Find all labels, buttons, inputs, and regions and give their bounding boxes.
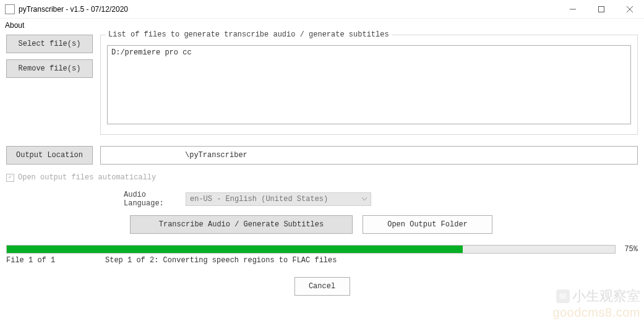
- file-list-label: List of files to generate transcribe aud…: [106, 30, 392, 39]
- audio-language-label: Audio Language:: [6, 190, 186, 208]
- open-output-folder-button[interactable]: Open Output Folder: [363, 215, 492, 234]
- file-list[interactable]: D:/premiere pro cc: [107, 45, 631, 124]
- watermark-en: goodcms8.com: [552, 306, 640, 320]
- menu-about[interactable]: About: [5, 21, 24, 30]
- chevron-down-icon: [362, 195, 367, 203]
- audio-language-select[interactable]: en-US - English (United States): [186, 192, 371, 206]
- app-icon: [5, 4, 15, 14]
- maximize-button[interactable]: [587, 0, 616, 19]
- progress-percent: 75%: [620, 245, 638, 254]
- progress-fill: [7, 246, 463, 253]
- svg-rect-1: [599, 6, 604, 12]
- window-title: pyTranscriber - v1.5 - 07/12/2020: [19, 5, 559, 14]
- open-auto-label: Open output files automatically: [18, 173, 156, 182]
- open-auto-checkbox[interactable]: [6, 174, 14, 182]
- output-location-button[interactable]: Output Location: [6, 146, 93, 165]
- select-files-button[interactable]: Select file(s): [6, 35, 93, 53]
- progress-bar: [6, 245, 616, 254]
- file-list-group: List of files to generate transcribe aud…: [100, 35, 638, 135]
- transcribe-button[interactable]: Transcribe Audio / Generate Subtitles: [130, 215, 353, 234]
- output-location-field[interactable]: \pyTranscriber: [100, 146, 638, 165]
- minimize-button[interactable]: [559, 0, 587, 19]
- output-path-redacted: [105, 151, 185, 160]
- progress-step-label: Step 1 of 2: Converting speech regions t…: [105, 256, 337, 265]
- titlebar: pyTranscriber - v1.5 - 07/12/2020: [0, 0, 644, 19]
- audio-language-selected: en-US - English (United States): [190, 195, 328, 203]
- cancel-button[interactable]: Cancel: [294, 277, 350, 296]
- file-list-item[interactable]: D:/premiere pro cc: [111, 48, 627, 57]
- progress-file-label: File 1 of 1: [6, 256, 105, 265]
- output-path-suffix: \pyTranscriber: [185, 151, 247, 160]
- remove-files-button[interactable]: Remove file(s): [6, 59, 93, 78]
- close-button[interactable]: [616, 0, 644, 19]
